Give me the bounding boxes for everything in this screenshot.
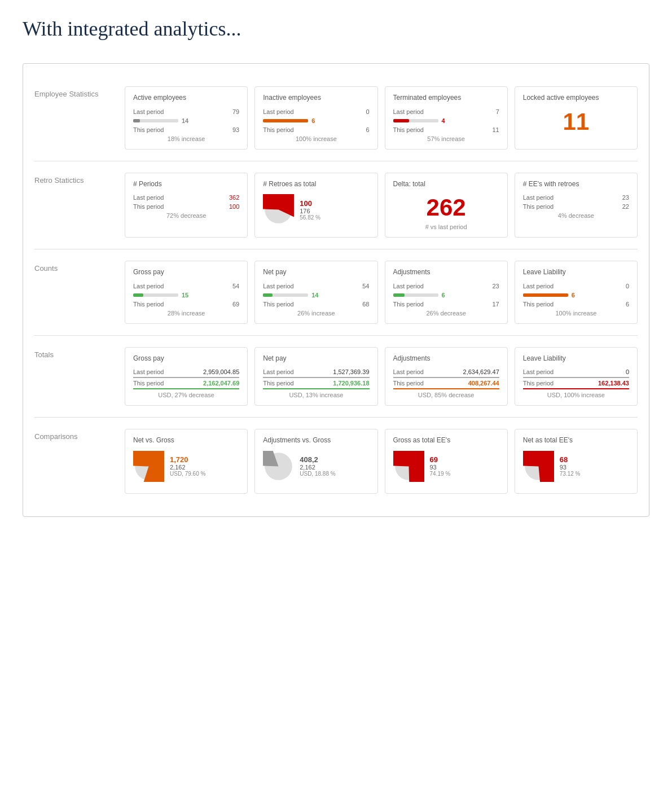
adj-total-last-label: Last period	[393, 368, 424, 375]
net-total-last-value: 1,527,369.39	[333, 368, 369, 375]
adj-vs-gross-labels: 408,2 2,162 USD, 18.88 %	[300, 455, 335, 477]
adj-count-bar-bg	[393, 293, 438, 297]
counts-cards: Gross pay Last period 54 15 This period …	[125, 261, 638, 324]
net-count-last-label: Last period	[263, 283, 293, 289]
net-total-ees-total: 93	[560, 464, 581, 471]
ees-retroes-change: 4% decrease	[523, 212, 629, 219]
gross-total-ees-pie	[393, 451, 424, 482]
adj-total-bar-this	[393, 388, 499, 389]
gross-total-this-label: This period	[133, 380, 164, 387]
net-vs-gross-container: 1,720 2,162 USD, 79.60 %	[133, 451, 239, 482]
periods-card: # Periods Last period 362 This period 10…	[125, 173, 248, 238]
terminated-bar-bg	[393, 119, 438, 122]
terminated-last-period-label: Last period	[393, 108, 424, 115]
terminated-bar-value: 4	[442, 117, 445, 124]
net-count-bar-fill	[263, 293, 273, 297]
gross-total-ees-title: Gross as total EE's	[393, 436, 499, 445]
adj-vs-gross-container: 408,2 2,162 USD, 18.88 %	[263, 451, 369, 482]
gross-count-bar-value: 15	[182, 292, 188, 299]
delta-subtitle: # vs last period	[393, 223, 499, 230]
counts-section: Counts Gross pay Last period 54 15 This …	[34, 249, 638, 336]
gross-total-ees-pct: 74.19 %	[430, 471, 451, 477]
gross-pay-count-title: Gross pay	[133, 268, 239, 277]
leave-count-bar-value: 6	[572, 292, 575, 299]
terminated-employees-card: Terminated employees Last period 7 4 Thi…	[385, 86, 508, 150]
terminated-change: 57% increase	[393, 135, 499, 142]
net-vs-gross-card: Net vs. Gross 1,720 2,162 USD, 79.60 %	[125, 429, 248, 494]
periods-this-period-label: This period	[133, 203, 164, 210]
locked-active-employees-card: Locked active employees 11	[515, 86, 638, 150]
inactive-this-period-value: 6	[366, 126, 369, 133]
gross-total-ees-card: Gross as total EE's 69 93 74.19 %	[385, 429, 508, 494]
retroes-total-title: # Retroes as total	[263, 180, 369, 189]
net-pay-total-card: Net pay Last period 1,527,369.39 This pe…	[254, 347, 377, 406]
totals-section: Totals Gross pay Last period 2,959,004.8…	[34, 336, 638, 418]
active-employees-card: Active employees Last period 79 14 This …	[125, 86, 248, 150]
employee-statistics-section: Employee Statistics Active employees Las…	[34, 75, 638, 161]
adj-count-last-value: 23	[493, 283, 499, 289]
inactive-last-period-value: 0	[366, 108, 369, 115]
leave-count-bar-bg	[523, 293, 568, 297]
totals-cards: Gross pay Last period 2,959,004.85 This …	[125, 347, 638, 406]
adj-total-this-value: 408,267.44	[468, 380, 499, 387]
net-total-this-value: 1,720,936.18	[333, 380, 369, 387]
delta-total-value: 262	[393, 194, 499, 221]
retroes-pie-value: 100	[300, 199, 320, 208]
employee-statistics-label: Employee Statistics	[34, 86, 125, 98]
delta-total-title: Delta: total	[393, 180, 499, 189]
adj-total-title: Adjustments	[393, 354, 499, 363]
gross-total-ees-value: 69	[430, 455, 451, 464]
leave-count-bar-fill	[523, 293, 568, 297]
ees-retroes-card: # EE's with retroes Last period 23 This …	[515, 173, 638, 238]
net-count-this-value: 68	[362, 301, 369, 308]
retro-statistics-label: Retro Statictics	[34, 173, 125, 185]
terminated-bar-fill	[393, 119, 410, 122]
inactive-bar-value: 6	[311, 117, 315, 124]
leave-total-this-label: This period	[523, 380, 554, 387]
gross-total-this-value: 2,162,047.69	[203, 380, 239, 387]
gross-total-ees-total: 93	[430, 464, 451, 471]
leave-total-bar-this	[523, 388, 629, 389]
net-count-bar-value: 14	[311, 292, 318, 299]
ees-retroes-this-value: 22	[622, 203, 629, 210]
page-title: With integrated analytics...	[23, 17, 649, 41]
retroes-pie-container: 100 176 56.82 %	[263, 194, 369, 225]
net-vs-gross-title: Net vs. Gross	[133, 436, 239, 445]
net-vs-gross-total: 2,162	[170, 464, 205, 471]
gross-total-change: USD, 27% decrease	[133, 392, 239, 398]
inactive-employees-title: Inactive employees	[263, 94, 369, 103]
net-count-change: 26% increase	[263, 310, 369, 317]
inactive-employees-card: Inactive employees Last period 0 6 This …	[254, 86, 377, 150]
retro-statistics-cards: # Periods Last period 362 This period 10…	[125, 173, 638, 238]
adj-vs-gross-total: 2,162	[300, 464, 335, 471]
net-total-ees-pct: 73.12 %	[560, 471, 581, 477]
counts-label: Counts	[34, 261, 125, 273]
gross-count-last-value: 54	[232, 283, 239, 289]
periods-last-period-value: 362	[229, 194, 239, 201]
periods-this-period-value: 100	[229, 203, 239, 210]
active-last-period-label: Last period	[133, 108, 164, 115]
retroes-total-card: # Retroes as total 100 176 56.82 %	[254, 173, 377, 238]
gross-count-this-label: This period	[133, 301, 164, 308]
net-count-last-value: 54	[362, 283, 369, 289]
retroes-pie-labels: 100 176 56.82 %	[300, 199, 320, 221]
inactive-change: 100% increase	[263, 135, 369, 142]
retro-statistics-section: Retro Statictics # Periods Last period 3…	[34, 161, 638, 250]
terminated-this-period-label: This period	[393, 126, 424, 133]
leave-liability-total-card: Leave Liability Last period 0 This perio…	[515, 347, 638, 406]
gross-pay-total-card: Gross pay Last period 2,959,004.85 This …	[125, 347, 248, 406]
gross-count-last-label: Last period	[133, 283, 164, 289]
inactive-bar-fill	[263, 119, 308, 122]
gross-total-last-label: Last period	[133, 368, 164, 375]
inactive-last-period-label: Last period	[263, 108, 293, 115]
terminated-employees-title: Terminated employees	[393, 94, 499, 103]
net-total-bar-this	[263, 388, 369, 389]
adj-vs-gross-card: Adjustments vs. Gross 408,2 2,162 USD, 1…	[254, 429, 377, 494]
comparisons-cards: Net vs. Gross 1,720 2,162 USD, 79.60 % A…	[125, 429, 638, 494]
gross-total-ees-container: 69 93 74.19 %	[393, 451, 499, 482]
active-this-period-label: This period	[133, 126, 164, 133]
net-total-last-label: Last period	[263, 368, 293, 375]
net-total-ees-value: 68	[560, 455, 581, 464]
net-total-title: Net pay	[263, 354, 369, 363]
leave-count-this-label: This period	[523, 301, 554, 308]
